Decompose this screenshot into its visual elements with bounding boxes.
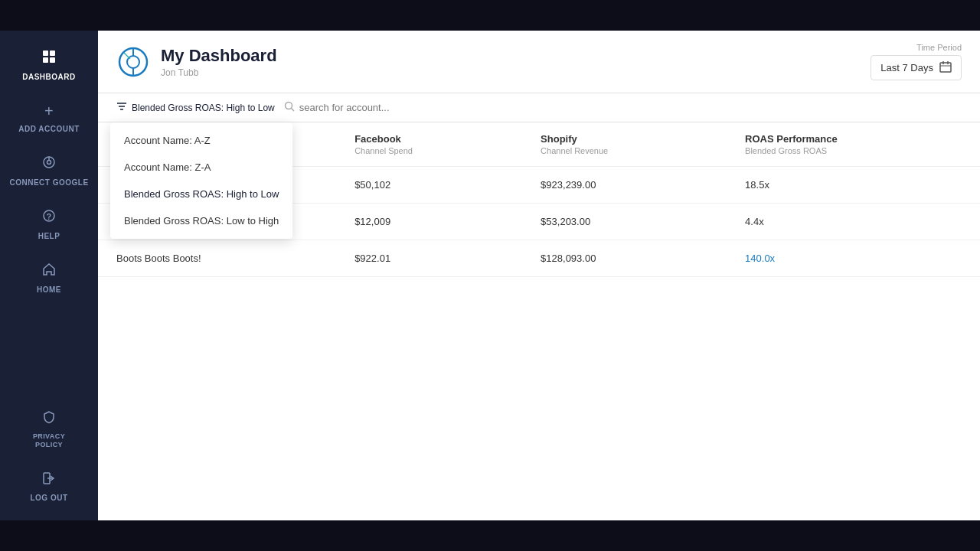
- cell-roas-2: 4.4x: [727, 204, 980, 240]
- dashboard-icon: [41, 49, 57, 68]
- home-icon: [41, 262, 57, 281]
- calendar-icon: [939, 60, 952, 75]
- search-icon: [284, 101, 295, 114]
- log-out-icon: [42, 471, 56, 489]
- col-roas: ROAS Performance Blended Gross ROAS: [727, 122, 980, 167]
- cell-facebook-3: $922.01: [336, 240, 522, 277]
- sidebar-item-log-out-label: LOG OUT: [30, 494, 67, 502]
- svg-rect-3: [50, 57, 55, 63]
- sidebar-item-dashboard[interactable]: DASHBOARD: [0, 38, 98, 92]
- sidebar-nav: DASHBOARD + ADD ACCOUNT CONNECT GOOGLE: [0, 31, 98, 392]
- time-period-section: Time Period Last 7 Days: [871, 43, 962, 80]
- cell-shopify-2: $53,203.00: [522, 204, 727, 240]
- sidebar-item-add-account-label: ADD ACCOUNT: [18, 125, 80, 133]
- sidebar-bottom: PRIVACYPOLICY LOG OUT: [0, 392, 98, 520]
- table-row[interactable]: Boots Boots Boots! $922.01 $128,093.00 1…: [98, 240, 980, 277]
- sidebar-item-connect-google-label: CONNECT GOOGLE: [9, 178, 88, 187]
- svg-text:?: ?: [46, 212, 51, 221]
- header: My Dashboard Jon Tubb Time Period Last 7…: [98, 31, 980, 93]
- toolbar: Blended Gross ROAS: High to Low Account …: [98, 93, 980, 122]
- search-input[interactable]: [299, 102, 428, 113]
- sidebar-item-privacy-policy[interactable]: PRIVACYPOLICY: [0, 399, 98, 461]
- sidebar: DASHBOARD + ADD ACCOUNT CONNECT GOOGLE: [0, 31, 98, 520]
- col-shopify: Shopify Channel Revenue: [522, 122, 727, 167]
- sort-button[interactable]: Blended Gross ROAS: High to Low: [116, 101, 275, 114]
- header-left: My Dashboard Jon Tubb: [116, 45, 277, 79]
- sidebar-item-help[interactable]: ? HELP: [0, 197, 98, 251]
- header-title-group: My Dashboard Jon Tubb: [161, 46, 277, 78]
- cell-account-3: Boots Boots Boots!: [98, 240, 336, 277]
- filter-icon: [116, 101, 127, 114]
- svg-line-23: [291, 109, 294, 112]
- dropdown-item-roas-high-low[interactable]: Blended Gross ROAS: High to Low: [110, 181, 292, 207]
- search-box[interactable]: [284, 101, 428, 114]
- sort-label: Blended Gross ROAS: High to Low: [132, 103, 275, 113]
- svg-point-5: [47, 161, 51, 165]
- svg-point-22: [285, 103, 292, 109]
- cell-shopify-1: $923,239.00: [522, 167, 727, 204]
- sidebar-item-log-out[interactable]: LOG OUT: [0, 461, 98, 513]
- svg-rect-0: [43, 51, 48, 56]
- svg-rect-15: [940, 63, 951, 72]
- cell-facebook-1: $50,102: [336, 167, 522, 204]
- sidebar-item-home[interactable]: HOME: [0, 251, 98, 305]
- sidebar-item-help-label: HELP: [38, 232, 60, 240]
- sort-dropdown: Account Name: A-Z Account Name: Z-A Blen…: [110, 122, 292, 239]
- sidebar-item-privacy-policy-label: PRIVACYPOLICY: [33, 432, 65, 450]
- help-icon: ?: [41, 208, 57, 227]
- sidebar-item-home-label: HOME: [37, 285, 61, 294]
- col-facebook: Facebook Channel Spend: [336, 122, 522, 167]
- cell-facebook-2: $12,009: [336, 204, 522, 240]
- dropdown-item-name-za[interactable]: Account Name: Z-A: [110, 154, 292, 181]
- dropdown-item-name-az[interactable]: Account Name: A-Z: [110, 127, 292, 154]
- sidebar-item-add-account[interactable]: + ADD ACCOUNT: [0, 92, 98, 144]
- sidebar-item-dashboard-label: DASHBOARD: [22, 73, 76, 81]
- svg-rect-1: [50, 51, 55, 56]
- sidebar-item-connect-google[interactable]: CONNECT GOOGLE: [0, 144, 98, 197]
- cell-roas-3: 140.0x: [727, 240, 980, 277]
- cell-shopify-3: $128,093.00: [522, 240, 727, 277]
- logo-icon: [116, 45, 150, 79]
- time-period-value: Last 7 Days: [880, 62, 933, 73]
- time-period-label: Time Period: [916, 43, 962, 52]
- time-period-selector[interactable]: Last 7 Days: [871, 55, 962, 80]
- dashboard-title: My Dashboard: [161, 46, 277, 66]
- user-name: Jon Tubb: [161, 67, 277, 78]
- add-account-icon: +: [44, 103, 54, 120]
- connect-google-icon: [41, 155, 57, 174]
- svg-rect-2: [43, 57, 48, 63]
- cell-roas-1: 18.5x: [727, 167, 980, 204]
- privacy-policy-icon: [42, 410, 56, 428]
- dropdown-item-roas-low-high[interactable]: Blended Gross ROAS: Low to High: [110, 207, 292, 234]
- main-content: My Dashboard Jon Tubb Time Period Last 7…: [98, 31, 980, 520]
